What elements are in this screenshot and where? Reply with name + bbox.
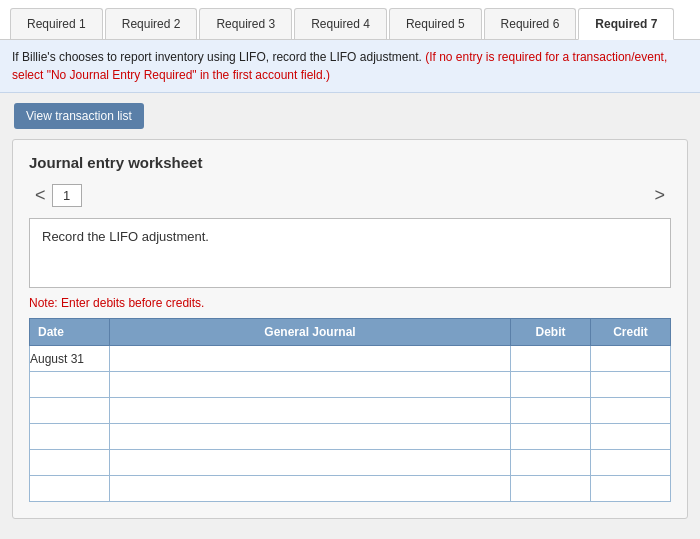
journal-input[interactable] <box>110 372 510 397</box>
credit-input[interactable] <box>591 372 670 397</box>
table-row <box>30 398 671 424</box>
debit-cell[interactable] <box>511 476 591 502</box>
credit-input[interactable] <box>591 476 670 501</box>
debit-input[interactable] <box>511 450 590 475</box>
tab-required-4[interactable]: Required 4 <box>294 8 387 39</box>
journal-cell[interactable] <box>110 424 511 450</box>
nav-row: < 1 > <box>29 183 671 208</box>
debit-cell[interactable] <box>511 424 591 450</box>
date-cell: August 31 <box>30 346 110 372</box>
credit-input[interactable] <box>591 398 670 423</box>
col-header-debit: Debit <box>511 319 591 346</box>
nav-next-arrow[interactable]: > <box>648 183 671 208</box>
debit-cell[interactable] <box>511 346 591 372</box>
tabs-bar: Required 1 Required 2 Required 3 Require… <box>0 0 700 40</box>
info-bar: If Billie's chooses to report inventory … <box>0 40 700 93</box>
col-header-journal: General Journal <box>110 319 511 346</box>
date-cell <box>30 372 110 398</box>
description-text: Record the LIFO adjustment. <box>42 229 209 244</box>
debit-input[interactable] <box>511 372 590 397</box>
table-row <box>30 372 671 398</box>
col-header-date: Date <box>30 319 110 346</box>
table-row <box>30 450 671 476</box>
journal-input[interactable] <box>110 424 510 449</box>
journal-cell[interactable] <box>110 372 511 398</box>
note-text: Note: Enter debits before credits. <box>29 296 671 310</box>
debit-input[interactable] <box>511 398 590 423</box>
view-transaction-list-button[interactable]: View transaction list <box>14 103 144 129</box>
credit-cell[interactable] <box>591 372 671 398</box>
tab-required-7[interactable]: Required 7 <box>578 8 674 40</box>
credit-cell[interactable] <box>591 476 671 502</box>
debit-cell[interactable] <box>511 450 591 476</box>
nav-prev-arrow[interactable]: < <box>29 183 52 208</box>
date-cell <box>30 424 110 450</box>
credit-input[interactable] <box>591 450 670 475</box>
table-row <box>30 424 671 450</box>
journal-cell[interactable] <box>110 450 511 476</box>
credit-cell[interactable] <box>591 398 671 424</box>
journal-input[interactable] <box>110 346 510 371</box>
tab-required-2[interactable]: Required 2 <box>105 8 198 39</box>
worksheet-box: Journal entry worksheet < 1 > Record the… <box>12 139 688 519</box>
credit-input[interactable] <box>591 424 670 449</box>
col-header-credit: Credit <box>591 319 671 346</box>
date-cell <box>30 398 110 424</box>
journal-input[interactable] <box>110 476 510 501</box>
debit-input[interactable] <box>511 346 590 371</box>
page-number: 1 <box>52 184 82 207</box>
tab-required-1[interactable]: Required 1 <box>10 8 103 39</box>
credit-cell[interactable] <box>591 424 671 450</box>
credit-cell[interactable] <box>591 450 671 476</box>
journal-input[interactable] <box>110 450 510 475</box>
date-cell <box>30 476 110 502</box>
tab-required-6[interactable]: Required 6 <box>484 8 577 39</box>
table-row: August 31 <box>30 346 671 372</box>
debit-cell[interactable] <box>511 398 591 424</box>
debit-input[interactable] <box>511 476 590 501</box>
worksheet-container: Journal entry worksheet < 1 > Record the… <box>0 139 700 539</box>
journal-table: Date General Journal Debit Credit August… <box>29 318 671 502</box>
tab-required-5[interactable]: Required 5 <box>389 8 482 39</box>
journal-cell[interactable] <box>110 476 511 502</box>
journal-cell[interactable] <box>110 346 511 372</box>
info-main-text: If Billie's chooses to report inventory … <box>12 50 425 64</box>
description-box: Record the LIFO adjustment. <box>29 218 671 288</box>
journal-input[interactable] <box>110 398 510 423</box>
credit-input[interactable] <box>591 346 670 371</box>
date-cell <box>30 450 110 476</box>
credit-cell[interactable] <box>591 346 671 372</box>
table-row <box>30 476 671 502</box>
worksheet-title: Journal entry worksheet <box>29 154 671 171</box>
debit-input[interactable] <box>511 424 590 449</box>
debit-cell[interactable] <box>511 372 591 398</box>
journal-cell[interactable] <box>110 398 511 424</box>
tab-required-3[interactable]: Required 3 <box>199 8 292 39</box>
